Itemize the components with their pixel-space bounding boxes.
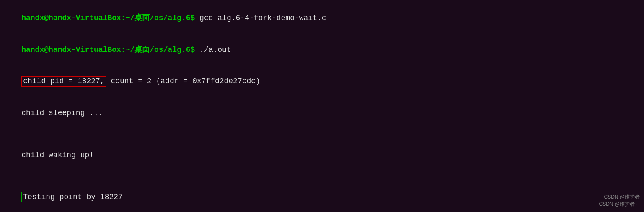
line-8: Testing point by 18227 [3,181,641,212]
line-6: child waking up! [3,139,641,171]
prompt-2: handx@handx-VirtualBox:~/桌面/os/alg.6$ [21,46,199,54]
line-3: child pid = 18227, count = 2 (addr = 0x7… [3,66,641,97]
watermark: CSDN @维护者 CSDN @维护者← [599,194,640,208]
child-sleeping: child sleeping ... [21,109,103,117]
child-count: count = 2 (addr = 0x7ffd2de27cdc) [106,77,260,85]
child-pid-highlight: child pid = 18227, [21,76,106,87]
testing-point-18227: Testing point by 18227 [21,192,124,202]
watermark-line2: CSDN @维护者← [599,201,640,208]
line-2: handx@handx-VirtualBox:~/桌面/os/alg.6$ ./… [3,34,641,66]
terminal: handx@handx-VirtualBox:~/桌面/os/alg.6$ gc… [0,0,644,212]
command-1: gcc alg.6-4-fork-demo-wait.c [199,14,326,22]
line-7 [3,171,641,181]
child-waking: child waking up! [21,151,94,159]
line-5 [3,129,641,139]
command-2: ./a.out [199,46,231,54]
line-4: child sleeping ... [3,97,641,129]
line-1: handx@handx-VirtualBox:~/桌面/os/alg.6$ gc… [3,3,641,34]
watermark-line1: CSDN @维护者 [599,194,640,201]
prompt-1: handx@handx-VirtualBox:~/桌面/os/alg.6$ [21,14,199,22]
